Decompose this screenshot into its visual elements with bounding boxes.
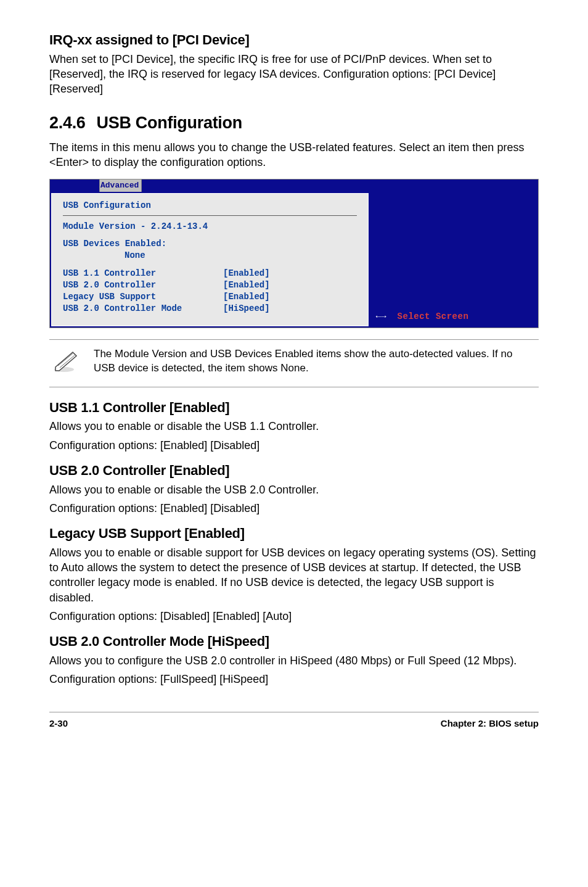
chapter-label: Chapter 2: BIOS setup bbox=[441, 717, 539, 730]
section-title: USB Configuration bbox=[97, 113, 242, 132]
irq-heading: IRQ-xx assigned to [PCI Device] bbox=[49, 31, 539, 49]
pencil-note-icon bbox=[52, 349, 80, 373]
bios-item-usb20[interactable]: USB 2.0 Controller[Enabled] bbox=[63, 279, 357, 291]
bios-item-value: [Enabled] bbox=[223, 268, 270, 279]
bios-item-value: [Enabled] bbox=[223, 279, 270, 291]
legacy-desc: Allows you to enable or disable support … bbox=[49, 545, 539, 605]
bios-side-hint: ←→ Select Screen bbox=[376, 311, 532, 323]
bios-item-value: [HiSpeed] bbox=[223, 303, 270, 315]
bios-devices-label: USB Devices Enabled: bbox=[63, 238, 357, 250]
usb11-desc: Allows you to enable or disable the USB … bbox=[49, 419, 539, 434]
usb11-heading: USB 1.1 Controller [Enabled] bbox=[49, 398, 539, 417]
bios-divider bbox=[63, 215, 357, 216]
bios-item-usb20mode[interactable]: USB 2.0 Controller Mode[HiSpeed] bbox=[63, 303, 357, 315]
bios-side-select-screen: Select Screen bbox=[398, 311, 469, 323]
bios-side-pane: ←→ Select Screen bbox=[370, 192, 538, 328]
usb20mode-desc: Allows you to configure the USB 2.0 cont… bbox=[49, 653, 539, 668]
bios-item-label: Legacy USB Support bbox=[63, 291, 223, 303]
usb20mode-opts: Configuration options: [FullSpeed] [HiSp… bbox=[49, 672, 539, 687]
bios-panel: Advanced USB Configuration Module Versio… bbox=[49, 179, 539, 328]
usb20-opts: Configuration options: [Enabled] [Disabl… bbox=[49, 501, 539, 516]
legacy-opts: Configuration options: [Disabled] [Enabl… bbox=[49, 609, 539, 624]
bios-item-value: [Enabled] bbox=[223, 291, 270, 303]
bios-item-label: USB 2.0 Controller bbox=[63, 279, 223, 291]
usb11-opts: Configuration options: [Enabled] [Disabl… bbox=[49, 438, 539, 453]
usb20-heading: USB 2.0 Controller [Enabled] bbox=[49, 461, 539, 480]
bios-devices-value: None bbox=[63, 250, 357, 262]
bios-item-usb11[interactable]: USB 1.1 Controller[Enabled] bbox=[63, 268, 357, 279]
irq-body: When set to [PCI Device], the specific I… bbox=[49, 52, 539, 97]
usb20mode-heading: USB 2.0 Controller Mode [HiSpeed] bbox=[49, 632, 539, 651]
usb20-desc: Allows you to enable or disable the USB … bbox=[49, 482, 539, 497]
note-text: The Module Version and USB Devices Enabl… bbox=[94, 347, 536, 376]
page-number: 2-30 bbox=[49, 717, 68, 730]
bios-tab-advanced[interactable]: Advanced bbox=[99, 179, 142, 192]
bios-item-label: USB 2.0 Controller Mode bbox=[63, 303, 223, 315]
section-heading: 2.4.6USB Configuration bbox=[49, 112, 539, 134]
page-footer: 2-30 Chapter 2: BIOS setup bbox=[49, 712, 539, 730]
section-number: 2.4.6 bbox=[49, 113, 86, 132]
bios-module-version: Module Version - 2.24.1-13.4 bbox=[63, 221, 357, 233]
bios-topbar: Advanced bbox=[50, 179, 538, 192]
bios-item-label: USB 1.1 Controller bbox=[63, 268, 223, 279]
section-intro: The items in this menu allows you to cha… bbox=[49, 140, 539, 170]
bios-pane-title: USB Configuration bbox=[63, 197, 357, 214]
arrows-icon: ←→ bbox=[376, 311, 386, 323]
legacy-heading: Legacy USB Support [Enabled] bbox=[49, 524, 539, 543]
note-block: The Module Version and USB Devices Enabl… bbox=[49, 339, 539, 387]
bios-main-pane: USB Configuration Module Version - 2.24.… bbox=[51, 193, 369, 326]
bios-item-legacy[interactable]: Legacy USB Support[Enabled] bbox=[63, 291, 357, 303]
